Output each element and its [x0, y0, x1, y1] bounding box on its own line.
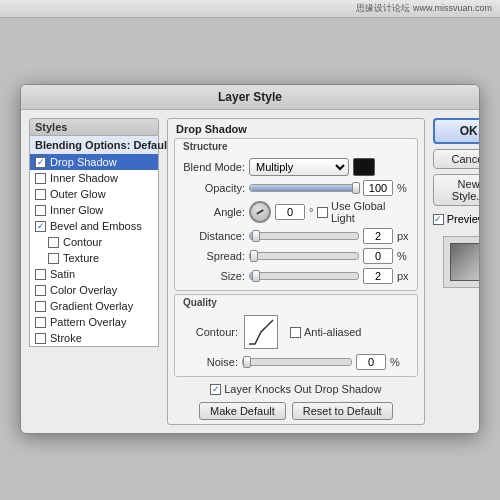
style-item-stroke[interactable]: Stroke: [30, 330, 158, 346]
distance-row: Distance: px: [175, 226, 417, 246]
size-row: Size: px: [175, 266, 417, 286]
contour-thumbnail[interactable]: [244, 315, 278, 349]
opacity-unit: %: [397, 182, 407, 194]
angle-row: Angle: ° Use Global Light: [175, 198, 417, 226]
style-item-contour[interactable]: Contour: [30, 234, 158, 250]
noise-row: Noise: %: [175, 352, 417, 372]
drop-shadow-checkbox[interactable]: [35, 157, 46, 168]
style-item-gradient-overlay[interactable]: Gradient Overlay: [30, 298, 158, 314]
style-item-satin[interactable]: Satin: [30, 266, 158, 282]
spread-slider[interactable]: [249, 252, 359, 260]
style-item-texture[interactable]: Texture: [30, 250, 158, 266]
top-bar: 思缘设计论坛 www.missvuan.com: [0, 0, 500, 18]
anti-alias-text: Anti-aliased: [304, 326, 361, 338]
use-global-light-label[interactable]: Use Global Light: [317, 200, 408, 224]
opacity-row: Opacity: %: [175, 178, 417, 198]
ok-button[interactable]: OK: [433, 118, 480, 144]
satin-label: Satin: [50, 268, 75, 280]
bevel-emboss-checkbox[interactable]: [35, 221, 46, 232]
size-unit: px: [397, 270, 409, 282]
dialog-title: Layer Style: [21, 85, 479, 110]
contour-label: Contour: [63, 236, 102, 248]
noise-slider[interactable]: [242, 358, 352, 366]
buttons-panel: OK Cancel New Style... ✓ Preview: [433, 118, 480, 425]
anti-alias-label[interactable]: Anti-aliased: [290, 326, 361, 338]
styles-list: Blending Options: Default Drop Shadow In…: [29, 136, 159, 347]
reset-default-button[interactable]: Reset to Default: [292, 402, 393, 420]
noise-input[interactable]: [356, 354, 386, 370]
cancel-button[interactable]: Cancel: [433, 149, 480, 169]
inner-shadow-checkbox[interactable]: [35, 173, 46, 184]
blend-mode-row: Blend Mode: Multiply: [175, 156, 417, 178]
spread-unit: %: [397, 250, 407, 262]
dialog-body: Styles Blending Options: Default Drop Sh…: [21, 110, 479, 433]
preview-inner: [450, 243, 480, 281]
preview-label: Preview: [447, 213, 480, 225]
knock-out-checkbox[interactable]: ✓: [210, 384, 221, 395]
size-label: Size:: [183, 270, 245, 282]
distance-slider[interactable]: [249, 232, 359, 240]
size-input[interactable]: [363, 268, 393, 284]
color-swatch[interactable]: [353, 158, 375, 176]
preview-checkbox[interactable]: ✓: [433, 214, 444, 225]
make-default-button[interactable]: Make Default: [199, 402, 286, 420]
angle-label: Angle:: [183, 206, 245, 218]
style-item-outer-glow[interactable]: Outer Glow: [30, 186, 158, 202]
stroke-checkbox[interactable]: [35, 333, 46, 344]
style-item-inner-shadow[interactable]: Inner Shadow: [30, 170, 158, 186]
distance-unit: px: [397, 230, 409, 242]
outer-glow-checkbox[interactable]: [35, 189, 46, 200]
noise-label: Noise:: [183, 356, 238, 368]
contour-row: Contour: Anti-aliased: [175, 312, 417, 352]
spread-input[interactable]: [363, 248, 393, 264]
spread-row: Spread: %: [175, 246, 417, 266]
bevel-emboss-label: Bevel and Emboss: [50, 220, 142, 232]
stroke-label: Stroke: [50, 332, 82, 344]
inner-glow-checkbox[interactable]: [35, 205, 46, 216]
color-overlay-label: Color Overlay: [50, 284, 117, 296]
contour-checkbox[interactable]: [48, 237, 59, 248]
blend-mode-label: Blend Mode:: [183, 161, 245, 173]
contour-label: Contour:: [183, 326, 238, 338]
opacity-slider[interactable]: [249, 184, 359, 192]
styles-header: Styles: [29, 118, 159, 136]
opacity-input[interactable]: [363, 180, 393, 196]
use-global-light-checkbox[interactable]: [317, 207, 328, 218]
preview-label-row: ✓ Preview: [433, 211, 480, 227]
quality-title: Quality: [183, 297, 409, 308]
angle-dial[interactable]: [249, 201, 271, 223]
gradient-overlay-label: Gradient Overlay: [50, 300, 133, 312]
anti-alias-checkbox[interactable]: [290, 327, 301, 338]
opacity-label: Opacity:: [183, 182, 245, 194]
gradient-overlay-checkbox[interactable]: [35, 301, 46, 312]
style-item-color-overlay[interactable]: Color Overlay: [30, 282, 158, 298]
pattern-overlay-label: Pattern Overlay: [50, 316, 126, 328]
inner-shadow-label: Inner Shadow: [50, 172, 118, 184]
texture-checkbox[interactable]: [48, 253, 59, 264]
style-item-pattern-overlay[interactable]: Pattern Overlay: [30, 314, 158, 330]
knock-out-label[interactable]: ✓ Layer Knocks Out Drop Shadow: [210, 383, 381, 395]
satin-checkbox[interactable]: [35, 269, 46, 280]
color-overlay-checkbox[interactable]: [35, 285, 46, 296]
preview-box: [443, 236, 480, 288]
angle-unit: °: [309, 206, 313, 218]
knock-out-row: ✓ Layer Knocks Out Drop Shadow: [168, 380, 424, 398]
drop-shadow-section: Drop Shadow Structure Blend Mode: Multip…: [167, 118, 425, 425]
angle-input[interactable]: [275, 204, 305, 220]
distance-input[interactable]: [363, 228, 393, 244]
layer-style-dialog: Layer Style Styles Blending Options: Def…: [20, 84, 480, 434]
new-style-button[interactable]: New Style...: [433, 174, 480, 206]
blend-mode-select[interactable]: Multiply: [249, 158, 349, 176]
spread-label: Spread:: [183, 250, 245, 262]
style-item-bevel-emboss[interactable]: Bevel and Emboss: [30, 218, 158, 234]
inner-glow-label: Inner Glow: [50, 204, 103, 216]
styles-panel: Styles Blending Options: Default Drop Sh…: [29, 118, 159, 425]
texture-label: Texture: [63, 252, 99, 264]
style-item-inner-glow[interactable]: Inner Glow: [30, 202, 158, 218]
style-item-blending[interactable]: Blending Options: Default: [30, 136, 158, 154]
noise-unit: %: [390, 356, 400, 368]
size-slider[interactable]: [249, 272, 359, 280]
pattern-overlay-checkbox[interactable]: [35, 317, 46, 328]
style-item-drop-shadow[interactable]: Drop Shadow: [30, 154, 158, 170]
distance-label: Distance:: [183, 230, 245, 242]
